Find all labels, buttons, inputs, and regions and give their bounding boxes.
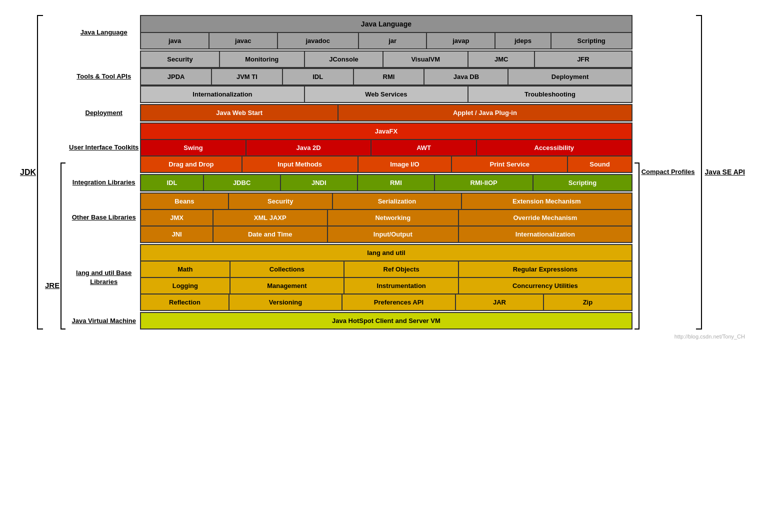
tool-java: java (141, 33, 210, 48)
tool-scripting: Scripting (552, 33, 632, 48)
tools-section: Tools & Tool APIs Security Monitoring JC… (68, 50, 632, 103)
ui-awt: AWT (372, 140, 477, 156)
java-web-start: Java Web Start (141, 105, 338, 120)
other-base-label: Other Base Libraries (72, 213, 136, 222)
lang-util-label: lang and util Base Libraries (68, 268, 140, 286)
tool-javac: javac (210, 33, 278, 48)
ui-java2d: Java 2D (246, 140, 372, 156)
ob-security: Security (229, 194, 333, 209)
int-idl: IDL (141, 175, 204, 190)
tool-javadb: Java DB (424, 69, 508, 84)
tool-javadoc: javadoc (278, 33, 359, 48)
tool-deployment: Deployment (508, 69, 631, 84)
java-language-label: Java Language (80, 28, 128, 36)
jdk-label: JDK (20, 168, 36, 177)
tool-jpda: JPDA (141, 69, 212, 84)
jvm-section: Java Virtual Machine Java HotSpot Client… (68, 312, 632, 330)
tool-jdeps: jdeps (496, 33, 551, 48)
ob-serialization: Serialization (333, 194, 462, 209)
jvm-hotspot: Java HotSpot Client and Server VM (141, 313, 631, 328)
tool-jconsole: JConsole (305, 52, 384, 67)
ui-label: User Interface Toolkits (69, 143, 138, 152)
lu-reflection: Reflection (141, 294, 230, 310)
lu-versioning: Versioning (230, 294, 342, 310)
integration-label: Integration Libraries (72, 178, 136, 187)
lu-concurrency: Concurrency Utilities (459, 278, 632, 294)
lu-logging: Logging (141, 278, 230, 294)
compact-profiles-label: Compact Profiles (642, 168, 695, 176)
tool-jvmti: JVM TI (212, 69, 283, 84)
lu-math: Math (141, 262, 230, 277)
applet-plugin: Applet / Java Plug-in (338, 105, 631, 120)
lu-prefsapi: Preferences API (342, 294, 456, 310)
ob-datetime: Date and Time (214, 226, 328, 242)
ob-override: Override Mechanism (459, 210, 632, 226)
ob-extension: Extension Mechanism (462, 194, 632, 209)
ui-printservice: Print Service (452, 156, 568, 172)
int-rmi-iiop: RMI-IIOP (435, 175, 534, 190)
ob-xmljaxp: XML JAXP (214, 210, 328, 226)
ui-sound: Sound (568, 156, 631, 172)
lu-regex: Regular Expressions (459, 262, 632, 277)
tool-visualvm: VisualVM (384, 52, 468, 67)
tool-jfr: JFR (535, 52, 631, 67)
ob-networking: Networking (328, 210, 459, 226)
java-language-header: Java Language (141, 16, 631, 32)
int-jdbc: JDBC (204, 175, 281, 190)
ui-accessibility: Accessibility (477, 140, 632, 156)
ob-intl: Internationalization (459, 226, 632, 242)
int-rmi: RMI (358, 175, 435, 190)
tool-jar: jar (359, 33, 428, 48)
javafx: JavaFX (141, 124, 631, 139)
int-jndi: JNDI (281, 175, 358, 190)
lang-util-header: lang and util (141, 245, 631, 260)
tool-intl: Internationalization (141, 86, 304, 102)
lang-util-section: lang and util Base Libraries lang and ut… (68, 244, 632, 311)
tool-security: Security (141, 52, 220, 67)
lu-collections: Collections (230, 262, 345, 277)
tool-troubleshoot: Troubleshooting (468, 86, 631, 102)
lu-instr: Instrumentation (344, 278, 459, 294)
tool-monitoring: Monitoring (220, 52, 305, 67)
lu-mgmt: Management (230, 278, 345, 294)
other-base-section: Other Base Libraries Beans Security Seri… (68, 192, 632, 243)
ui-inputmethods: Input Methods (242, 156, 358, 172)
int-scripting: Scripting (534, 175, 631, 190)
ob-beans: Beans (141, 194, 228, 209)
deployment-label: Deployment (86, 109, 122, 116)
tool-webservices: Web Services (305, 86, 468, 102)
java-language-header-row: Java Language (141, 16, 631, 33)
ui-section: User Interface Toolkits JavaFX Swing Jav… (68, 122, 632, 173)
java-language-section: Java Language Java Language java javac j… (68, 15, 632, 50)
ob-jmx: JMX (141, 210, 214, 226)
deployment-section: Deployment Java Web Start Applet / Java … (68, 104, 632, 122)
ob-io: Input/Output (328, 226, 459, 242)
tools-label: Tools & Tool APIs (76, 72, 131, 81)
lu-zip: Zip (544, 294, 632, 310)
lu-jar: JAR (456, 294, 544, 310)
ui-imageio: Image I/O (358, 156, 452, 172)
ui-dnd: Drag and Drop (141, 156, 242, 172)
watermark: http://blog.csdn.net/Tony_CH (20, 334, 745, 340)
lu-refobj: Ref Objects (344, 262, 459, 277)
integration-section: Integration Libraries IDL JDBC JNDI RMI … (68, 174, 632, 192)
tool-rmi: RMI (354, 69, 425, 84)
jre-label: JRE (45, 281, 60, 290)
tool-javap: javap (427, 33, 496, 48)
ui-swing: Swing (141, 140, 246, 156)
tool-idl: IDL (283, 69, 354, 84)
ob-jni: JNI (141, 226, 214, 242)
tool-jmc: JMC (468, 52, 535, 67)
java-se-api-label: Java SE API (705, 168, 745, 178)
jvm-label: Java Virtual Machine (72, 317, 136, 324)
